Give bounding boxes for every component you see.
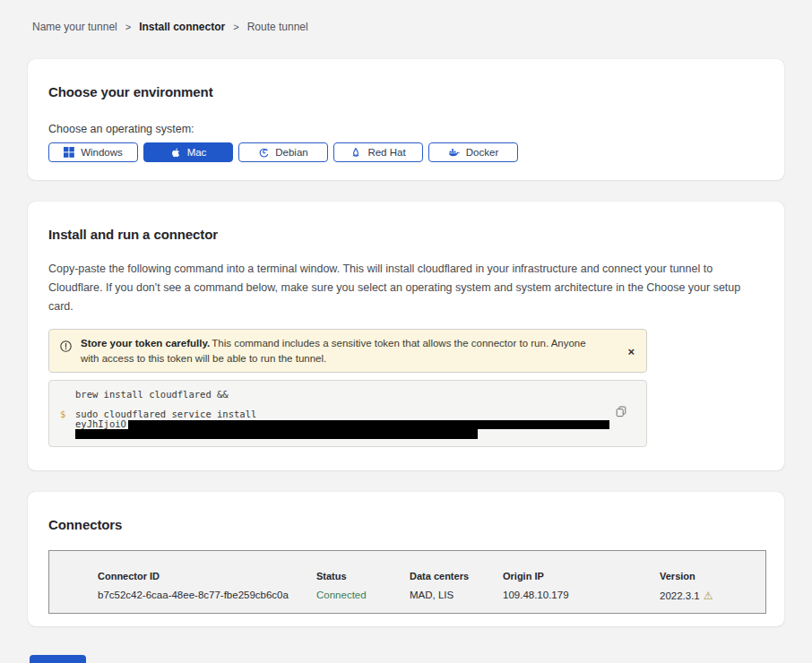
version-value: 2022.3.1⚠: [660, 590, 765, 602]
install-card-title: Install and run a connector: [48, 227, 764, 242]
windows-icon: [64, 147, 74, 158]
environment-card-title: Choose your environment: [48, 84, 764, 99]
os-button-windows[interactable]: Windows: [48, 142, 138, 162]
os-button-label: Debian: [275, 147, 307, 158]
column-header-status: Status: [316, 571, 410, 581]
column-header-connector-id: Connector ID: [98, 571, 316, 581]
token-redaction-bar: [128, 420, 609, 429]
token-warning-bold: Store your token carefully.: [81, 338, 210, 349]
warning-triangle-icon[interactable]: ⚠: [704, 590, 713, 602]
command-line-1: brew install cloudflared &&: [75, 390, 608, 400]
apple-icon: [170, 147, 181, 159]
breadcrumb-separator: >: [233, 22, 238, 32]
next-button[interactable]: Next: [30, 655, 86, 663]
os-button-mac[interactable]: Mac: [143, 142, 233, 162]
column-header-data-centers: Data centers: [410, 571, 503, 581]
banner-close-icon[interactable]: ×: [624, 342, 638, 359]
token-redaction-bar: [75, 429, 478, 439]
breadcrumb-install-connector[interactable]: Install connector: [139, 21, 225, 33]
tunnel-setup-page: Name your tunnel > Install connector > R…: [0, 0, 812, 663]
redhat-icon: [350, 147, 361, 158]
choose-environment-card: Choose your environment Choose an operat…: [28, 59, 784, 180]
token-prefix: eyJhIjoiO: [75, 419, 126, 429]
column-header-origin-ip: Origin IP: [503, 571, 660, 581]
status-badge: Connected: [316, 590, 410, 602]
docker-icon: [448, 147, 460, 158]
copy-icon[interactable]: [614, 404, 628, 422]
os-button-group: Windows Mac Debian Red Hat: [48, 142, 764, 162]
connectors-table: Connector ID Status Data centers Origin …: [48, 550, 766, 614]
token-warning-banner: Store your token carefully.This command …: [48, 329, 647, 373]
install-connector-card: Install and run a connector Copy-paste t…: [28, 202, 784, 470]
install-card-description: Copy-paste the following command into a …: [48, 260, 765, 316]
data-centers-value: MAD, LIS: [410, 590, 503, 602]
connector-id-value: b7c52c42-6caa-48ee-8c77-fbe259cb6c0a: [98, 590, 316, 602]
command-line-2: sudo cloudflared service install: [75, 409, 608, 419]
command-token-line: eyJhIjoiO: [75, 419, 609, 429]
os-button-label: Red Hat: [367, 147, 405, 158]
connectors-table-header: Connector ID Status Data centers Origin …: [98, 571, 765, 581]
breadcrumb-name-your-tunnel[interactable]: Name your tunnel: [32, 21, 117, 33]
os-button-redhat[interactable]: Red Hat: [333, 142, 423, 162]
shell-prompt: $: [60, 409, 65, 419]
origin-ip-value: 109.48.10.179: [503, 590, 660, 602]
table-row: b7c52c42-6caa-48ee-8c77-fbe259cb6c0a Con…: [98, 581, 765, 602]
breadcrumb-route-tunnel[interactable]: Route tunnel: [247, 21, 308, 33]
token-warning-text: Store your token carefully.This command …: [81, 336, 605, 366]
os-button-label: Windows: [81, 147, 123, 158]
os-button-label: Mac: [187, 147, 207, 158]
connectors-card: Connectors Connector ID Status Data cent…: [28, 492, 784, 626]
os-button-label: Docker: [466, 147, 498, 158]
debian-icon: [258, 147, 269, 158]
column-header-version: Version: [660, 571, 765, 581]
connectors-card-title: Connectors: [48, 517, 764, 532]
operating-system-label: Choose an operating system:: [48, 123, 764, 135]
os-button-debian[interactable]: Debian: [238, 142, 328, 162]
breadcrumb-separator: >: [125, 22, 131, 32]
install-command-block: $ brew install cloudflared && sudo cloud…: [48, 380, 647, 447]
version-number: 2022.3.1: [660, 590, 700, 601]
os-button-docker[interactable]: Docker: [428, 142, 518, 162]
breadcrumb: Name your tunnel > Install connector > R…: [28, 0, 784, 33]
alert-circle-icon: [60, 340, 72, 366]
